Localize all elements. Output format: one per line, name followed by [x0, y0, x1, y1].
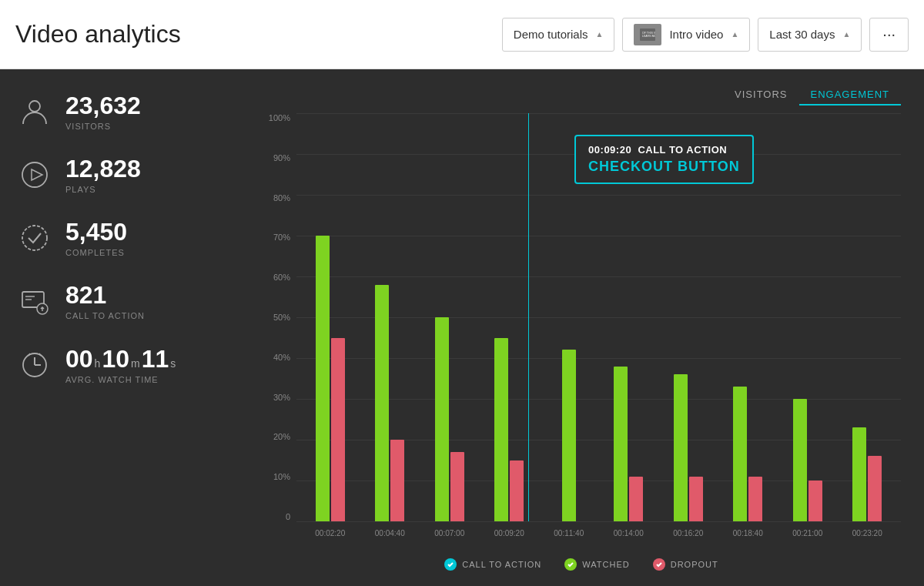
- visitors-label: VISITORS: [65, 122, 141, 131]
- green-bar: [733, 387, 747, 521]
- completes-value: 5,450: [65, 219, 127, 246]
- intro-video-dropdown[interactable]: OF THIS VID LEARN MO Intro video ▲: [622, 18, 750, 52]
- plays-stat: 12,828 PLAYS: [15, 156, 239, 194]
- legend-dropout: DROPOUT: [653, 558, 718, 571]
- cta-info: 821 CALL TO ACTION: [65, 282, 145, 320]
- x-label-6: 00:16:20: [658, 529, 718, 537]
- svg-point-3: [29, 101, 40, 112]
- chart-area: VISITORS ENGAGEMENT 100% 90% 80% 70% 60%…: [254, 69, 924, 586]
- legend-watched: WATCHED: [564, 558, 629, 571]
- y-label-10: 10%: [262, 472, 296, 481]
- y-label-20: 20%: [262, 432, 296, 441]
- svg-marker-5: [32, 169, 42, 180]
- cta-stat: 821 CALL TO ACTION: [15, 282, 239, 320]
- svg-point-6: [22, 226, 47, 250]
- red-bar: [689, 477, 703, 521]
- x-label-5: 00:14:00: [599, 529, 659, 537]
- red-bar: [808, 481, 822, 521]
- red-bar: [868, 456, 882, 521]
- visitors-stat: 23,632 VISITORS: [15, 92, 239, 131]
- more-options-button[interactable]: ···: [869, 18, 909, 52]
- clock-icon: [15, 346, 54, 384]
- red-bar: [629, 477, 643, 521]
- x-label-0: 00:02:20: [300, 529, 360, 537]
- x-label-9: 00:23:20: [838, 529, 898, 537]
- watchtime-info: 00h 10m 11s AVRG. WATCH TIME: [65, 345, 176, 384]
- y-label-80: 80%: [262, 193, 296, 203]
- tab-visitors[interactable]: VISITORS: [723, 85, 798, 105]
- chevron-down-icon: ▲: [731, 30, 738, 39]
- x-label-7: 00:18:40: [718, 529, 778, 537]
- date-range-dropdown[interactable]: Last 30 days ▲: [758, 18, 862, 52]
- play-icon: [15, 156, 54, 194]
- x-label-8: 00:21:00: [778, 529, 838, 537]
- tooltip-time-label: 00:09:20 CALL TO ACTION: [588, 144, 740, 156]
- check-icon: [15, 219, 54, 257]
- x-label-1: 00:04:40: [360, 529, 420, 537]
- completes-stat: 5,450 COMPLETES: [15, 219, 239, 257]
- tooltip-type: CALL TO ACTION: [638, 144, 727, 156]
- header-controls: Demo tutorials ▲ OF THIS VID LEARN MO In…: [502, 18, 909, 52]
- y-label-60: 60%: [262, 273, 296, 282]
- bar-group-8: [778, 113, 838, 521]
- dropout-legend-label: DROPOUT: [671, 560, 718, 569]
- demo-tutorials-label: Demo tutorials: [514, 28, 588, 41]
- visitors-info: 23,632 VISITORS: [65, 92, 141, 130]
- green-bar: [494, 338, 508, 522]
- y-label-40: 40%: [262, 353, 296, 362]
- plays-info: 12,828 PLAYS: [65, 156, 141, 193]
- svg-line-14: [28, 353, 30, 356]
- green-bar: [316, 236, 330, 521]
- green-bar: [674, 374, 688, 521]
- watch-minutes: 10: [102, 345, 129, 373]
- chart-container: 100% 90% 80% 70% 60% 50% 40% 30% 20% 10%…: [262, 113, 901, 544]
- ellipsis-icon: ···: [882, 25, 896, 43]
- green-bar: [793, 399, 807, 521]
- dropout-legend-dot: [653, 558, 665, 571]
- demo-tutorials-dropdown[interactable]: Demo tutorials ▲: [502, 18, 615, 52]
- cta-value: 821: [65, 282, 145, 309]
- red-bar: [510, 460, 524, 522]
- intro-video-label: Intro video: [669, 28, 723, 41]
- video-thumbnail: OF THIS VID LEARN MO: [634, 24, 661, 45]
- y-label-100: 100%: [262, 113, 296, 122]
- chevron-down-icon: ▲: [596, 30, 604, 39]
- tab-engagement[interactable]: ENGAGEMENT: [799, 85, 901, 105]
- svg-line-15: [39, 353, 41, 356]
- bar-group-3: [480, 113, 540, 521]
- y-label-50: 50%: [262, 313, 296, 322]
- y-label-0: 0: [262, 512, 296, 521]
- legend: CALL TO ACTION WATCHED DROPOUT: [262, 552, 901, 571]
- date-range-label: Last 30 days: [769, 28, 835, 41]
- cta-legend-dot: [444, 558, 457, 571]
- completes-label: COMPLETES: [65, 248, 127, 257]
- x-label-3: 00:09:20: [480, 529, 540, 537]
- x-label-2: 00:07:00: [420, 529, 480, 537]
- y-label-30: 30%: [262, 393, 296, 402]
- x-axis: 00:02:2000:04:4000:07:0000:09:2000:11:40…: [296, 521, 901, 544]
- completes-info: 5,450 COMPLETES: [65, 219, 127, 256]
- y-label-90: 90%: [262, 153, 296, 162]
- watch-hours: 00: [65, 345, 93, 373]
- tooltip-line: [528, 113, 529, 521]
- tooltip-label: CHECKOUT BUTTON: [588, 159, 740, 175]
- legend-cta: CALL TO ACTION: [444, 558, 541, 571]
- green-bar: [435, 317, 449, 521]
- cta-label: CALL TO ACTION: [65, 311, 145, 320]
- y-axis: 100% 90% 80% 70% 60% 50% 40% 30% 20% 10%…: [262, 113, 296, 544]
- tooltip-popup: 00:09:20 CALL TO ACTION CHECKOUT BUTTON: [574, 135, 754, 184]
- main-content: 23,632 VISITORS 12,828 PLAYS: [0, 69, 924, 586]
- red-bar: [748, 477, 762, 521]
- tooltip-time: 00:09:20: [588, 144, 631, 156]
- header: Video analytics Demo tutorials ▲ OF THIS…: [0, 0, 924, 69]
- svg-text:LEARN MO: LEARN MO: [642, 35, 655, 38]
- watchtime-label: AVRG. WATCH TIME: [65, 375, 176, 384]
- watchtime-stat: 00h 10m 11s AVRG. WATCH TIME: [15, 345, 239, 384]
- bar-group-0: [300, 113, 360, 521]
- green-bar: [375, 285, 389, 521]
- red-bar: [450, 452, 464, 521]
- watched-legend-label: WATCHED: [582, 560, 629, 569]
- person-icon: [15, 92, 54, 131]
- watch-seconds: 11: [142, 345, 169, 373]
- visitors-value: 23,632: [65, 92, 141, 119]
